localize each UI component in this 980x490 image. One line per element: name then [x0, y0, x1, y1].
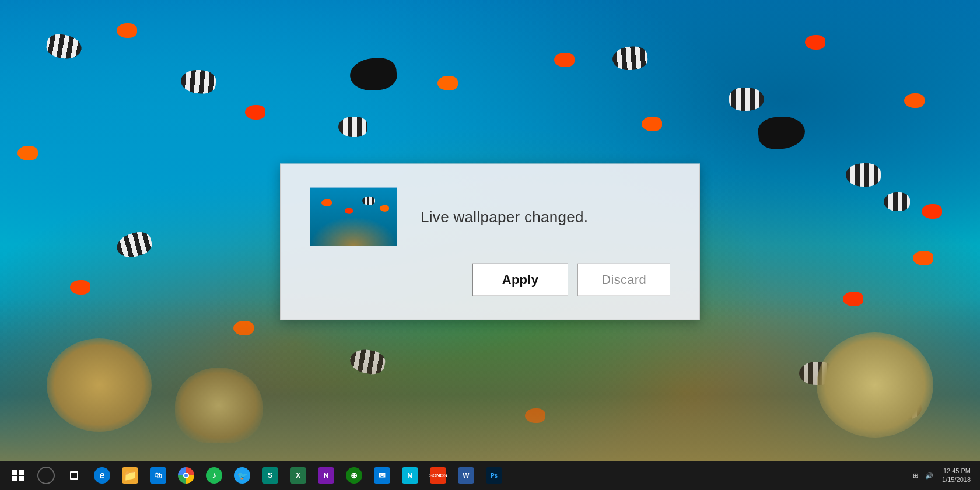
- sonos-icon: SONOS: [430, 467, 446, 484]
- cortana-search-icon: [37, 467, 55, 484]
- chrome-icon: [178, 467, 194, 484]
- excel-button[interactable]: X: [285, 462, 312, 489]
- taskview-button[interactable]: [61, 462, 88, 489]
- sway-button[interactable]: S: [257, 462, 284, 489]
- spotify-button[interactable]: ♪: [201, 462, 228, 489]
- cortana-button[interactable]: [33, 462, 60, 489]
- store-icon: 🛍: [150, 467, 166, 484]
- file-explorer-button[interactable]: 📁: [117, 462, 144, 489]
- stickynotes-button[interactable]: N: [397, 462, 424, 489]
- task-view-icon: [70, 471, 78, 480]
- xbox-icon: ⊕: [346, 467, 362, 484]
- taskbar: e 📁 🛍 ♪ 🐦 S X N ⊕ ✉ N: [0, 461, 980, 490]
- clock-time: 12:45 PM: [942, 467, 971, 475]
- photoshop-button[interactable]: Ps: [481, 462, 508, 489]
- dialog-buttons: Apply Discard: [310, 264, 670, 296]
- clock-date: 1/15/2018: [942, 475, 971, 484]
- twitter-button[interactable]: 🐦: [229, 462, 256, 489]
- onenote-icon: N: [318, 467, 334, 484]
- sway-icon: S: [262, 467, 278, 484]
- photoshop-icon: Ps: [486, 467, 502, 484]
- word-button[interactable]: W: [453, 462, 480, 489]
- xbox-button[interactable]: ⊕: [341, 462, 368, 489]
- spotify-icon: ♪: [206, 467, 222, 484]
- apply-button[interactable]: Apply: [473, 264, 569, 296]
- discard-button[interactable]: Discard: [578, 264, 670, 296]
- sonos-button[interactable]: SONOS: [425, 462, 452, 489]
- mail-icon: ✉: [374, 467, 390, 484]
- edge-icon: e: [94, 467, 110, 484]
- excel-icon: X: [290, 467, 306, 484]
- system-tray: ⊞ 🔊 12:45 PM 1/15/2018: [909, 467, 975, 485]
- folder-icon: 📁: [122, 467, 138, 484]
- mail-button[interactable]: ✉: [369, 462, 396, 489]
- start-button[interactable]: [5, 462, 32, 489]
- wallpaper-thumbnail: [310, 188, 397, 246]
- dialog-box: Live wallpaper changed. Apply Discard: [280, 164, 700, 320]
- windows-logo-icon: [12, 470, 24, 481]
- note-icon: N: [402, 467, 418, 484]
- dialog-content: Live wallpaper changed.: [310, 188, 670, 246]
- volume-tray-icon[interactable]: 🔊: [923, 470, 935, 481]
- clock-display[interactable]: 12:45 PM 1/15/2018: [937, 467, 975, 485]
- word-icon: W: [458, 467, 474, 484]
- dialog-message: Live wallpaper changed.: [421, 208, 588, 226]
- edge-button[interactable]: e: [89, 462, 116, 489]
- chrome-button[interactable]: [173, 462, 200, 489]
- store-button[interactable]: 🛍: [145, 462, 172, 489]
- network-tray-icon[interactable]: ⊞: [909, 470, 921, 481]
- twitter-icon: 🐦: [234, 467, 250, 484]
- onenote-button[interactable]: N: [313, 462, 340, 489]
